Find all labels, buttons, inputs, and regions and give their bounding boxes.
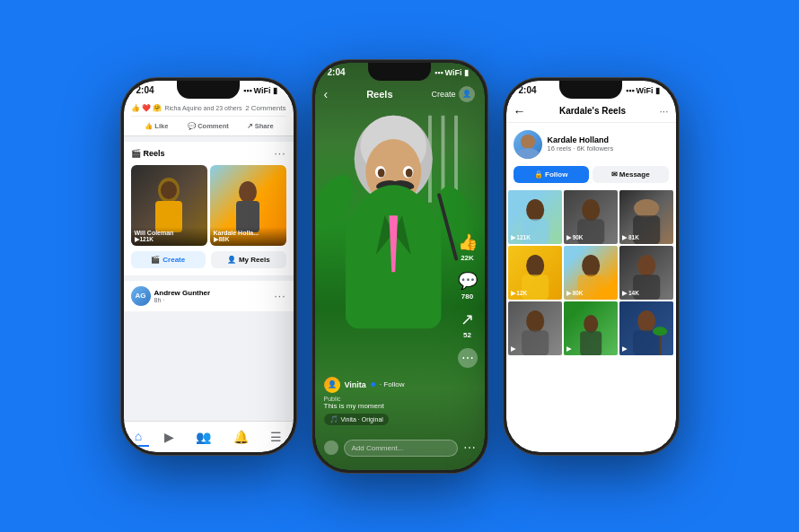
reels-audio[interactable]: 🎵 Vinita · Original xyxy=(324,414,389,425)
profile-name: Kardale Holland xyxy=(548,135,669,144)
comment-input[interactable]: Add Comment... xyxy=(344,440,458,457)
post-section: AG Andrew Gunther 8h · ··· xyxy=(124,281,294,311)
follow-label: Follow xyxy=(545,170,567,179)
audio-text: Vinita · Original xyxy=(341,416,383,423)
like-emoji: 👍 xyxy=(131,104,140,112)
follow-text[interactable]: · Follow xyxy=(380,380,405,388)
more-action[interactable]: ⋯ xyxy=(458,348,478,368)
reel-buttons: 🎬 Create 👤 My Reels xyxy=(131,251,286,268)
social-text: Richa Aquino and 23 others xyxy=(165,105,242,111)
reels-top-bar-title: Reels xyxy=(366,89,392,100)
phone-center: 2:04 ▪▪▪ WiFi ▮ ‹ Reels Create 👤 xyxy=(312,60,487,473)
grid-reel-5[interactable]: ▶ 80K xyxy=(564,246,618,300)
svg-point-37 xyxy=(637,255,655,276)
create-icon: 🎬 xyxy=(151,256,160,264)
grid-reel-6[interactable]: ▶ 14K xyxy=(619,246,673,300)
battery-icon-center: ▮ xyxy=(464,68,469,77)
reels-bottom-info: 👤 Vinita · Follow Public This is my mome… xyxy=(324,377,440,425)
share-button[interactable]: ↗ Share xyxy=(234,120,286,132)
profile-info: Kardale Holland 16 reels · 6K followers xyxy=(548,135,669,153)
profile-header: Kardale Holland 16 reels · 6K followers xyxy=(506,123,676,166)
follow-button[interactable]: 🔒 Follow xyxy=(514,166,590,183)
care-emoji: 🤗 xyxy=(153,104,162,112)
reels-right-actions: 👍 22K 💬 780 ↗ 52 ⋯ xyxy=(458,232,478,368)
reels-user-row: 👤 Vinita · Follow xyxy=(324,377,440,393)
reel-card-2[interactable]: Kardale Holla... ▶88K xyxy=(210,165,286,246)
like-icon-btn: 👍 xyxy=(145,122,153,130)
bottom-nav: ⌂ ▶ 👥 🔔 ☰ xyxy=(124,421,294,452)
notch-right xyxy=(559,81,622,99)
signal-icon-right: ▪▪▪ xyxy=(626,86,635,95)
nav-home[interactable]: ⌂ xyxy=(127,427,149,447)
grid-reel-1[interactable]: ▶ 121K xyxy=(508,190,562,244)
post-menu-dots[interactable]: ··· xyxy=(274,290,285,302)
reels-section-header: 🎬 Reels ··· xyxy=(131,147,286,160)
create-button[interactable]: 🎬 Create xyxy=(131,251,206,268)
grid-reel-3[interactable]: ▶ 81K xyxy=(619,190,673,244)
my-reels-icon: 👤 xyxy=(227,256,236,264)
comment-icon: 💬 xyxy=(188,122,196,130)
reactions: 👍 ❤️ 🤗 Richa Aquino and 23 others xyxy=(131,104,242,112)
reel-name-1: Will Coleman xyxy=(135,230,204,236)
back-arrow[interactable]: ‹ xyxy=(324,87,329,101)
reel-overlay-1: Will Coleman ▶121K xyxy=(131,227,207,246)
nav-video[interactable]: ▶ xyxy=(157,428,181,446)
reels-player-screen: 2:04 ▪▪▪ WiFi ▮ ‹ Reels Create 👤 xyxy=(315,63,485,470)
nav-bell[interactable]: 🔔 xyxy=(226,428,256,446)
profile-screen: 2:04 ▪▪▪ WiFi ▮ ← Kardale's Reels ··· xyxy=(506,81,676,452)
reels-user-avatar: 👤 xyxy=(324,377,340,393)
wifi-icon-left: WiFi xyxy=(254,86,271,95)
commenter-avatar xyxy=(324,440,338,455)
create-label: Create xyxy=(162,256,185,264)
profile-menu-dots[interactable]: ··· xyxy=(659,105,668,118)
grid-reel-8[interactable]: ▶ xyxy=(564,301,618,355)
svg-point-26 xyxy=(516,148,540,159)
message-icon: ✉ xyxy=(611,170,618,179)
phone-left: 2:04 ▪▪▪ WiFi ▮ 👍 ❤️ 🤗 Richa Aquino and … xyxy=(121,78,296,455)
nav-menu[interactable]: ☰ xyxy=(263,428,289,446)
notch-left xyxy=(177,81,240,99)
comments-count: 2 Comments xyxy=(245,104,285,112)
create-text[interactable]: Create xyxy=(431,90,455,99)
svg-rect-43 xyxy=(580,331,601,355)
status-icons-right: ▪▪▪ WiFi ▮ xyxy=(626,86,660,95)
reel-card-1[interactable]: Will Coleman ▶121K xyxy=(131,165,207,246)
svg-point-39 xyxy=(526,310,544,332)
reels-comment-bar: Add Comment... ⋯ xyxy=(324,440,476,457)
thumbs-up-icon: 👍 xyxy=(458,232,478,252)
audio-note-icon: 🎵 xyxy=(329,415,338,423)
share-label: Share xyxy=(255,122,274,130)
wifi-icon-center: WiFi xyxy=(445,68,462,77)
grid-reel-count-2: ▶ 90K xyxy=(566,234,584,241)
message-button[interactable]: ✉ Message xyxy=(593,166,669,183)
my-reels-button[interactable]: 👤 My Reels xyxy=(211,251,286,268)
reels-menu-dots[interactable]: ··· xyxy=(274,147,285,160)
comment-more-dots[interactable]: ⋯ xyxy=(463,440,476,455)
profile-avatar xyxy=(514,130,542,159)
like-action[interactable]: 👍 22K xyxy=(458,232,478,262)
profile-buttons: 🔒 Follow ✉ Message xyxy=(506,166,676,190)
grid-reel-9[interactable]: ▶ xyxy=(619,301,673,355)
profile-back-arrow[interactable]: ← xyxy=(514,104,526,118)
comment-bubble-icon: 💬 xyxy=(458,271,478,291)
grid-reel-2[interactable]: ▶ 90K xyxy=(564,190,618,244)
phone-right: 2:04 ▪▪▪ WiFi ▮ ← Kardale's Reels ··· xyxy=(504,78,679,455)
svg-point-35 xyxy=(582,255,600,276)
nav-people[interactable]: 👥 xyxy=(189,428,218,446)
feed-actions: 👍 Like 💬 Comment ↗ Share xyxy=(131,116,286,132)
battery-icon-left: ▮ xyxy=(273,86,277,95)
user-avatar-top: 👤 xyxy=(459,86,475,102)
share-action[interactable]: ↗ 52 xyxy=(461,310,474,339)
feed-header-row1: 👍 ❤️ 🤗 Richa Aquino and 23 others 2 Comm… xyxy=(131,104,286,112)
svg-point-45 xyxy=(637,310,655,332)
share-icon: ↗ xyxy=(247,122,253,130)
grid-reel-4[interactable]: ▶ 12K xyxy=(508,246,562,300)
like-button[interactable]: 👍 Like xyxy=(131,120,183,132)
comment-action[interactable]: 💬 780 xyxy=(458,271,478,301)
comment-label: Comment xyxy=(198,122,229,130)
reels-grid: Will Coleman ▶121K xyxy=(131,165,286,246)
svg-point-27 xyxy=(526,199,544,221)
reels-icon: 🎬 xyxy=(131,149,141,158)
grid-reel-7[interactable]: ▶ xyxy=(508,301,562,355)
comment-button[interactable]: 💬 Comment xyxy=(182,120,234,132)
